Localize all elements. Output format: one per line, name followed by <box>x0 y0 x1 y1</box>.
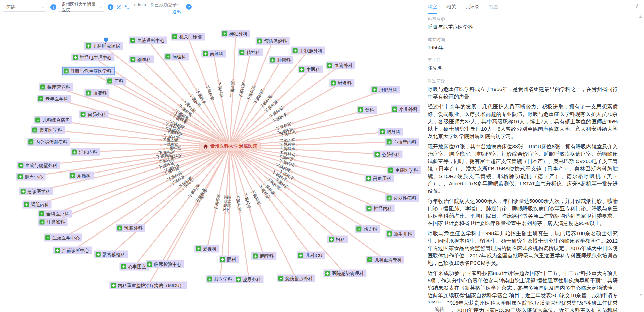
graph-node[interactable]: 超声中心 <box>16 173 46 181</box>
expand-plus-icon[interactable] <box>18 163 23 168</box>
graph-type-select[interactable]: 医链 <box>3 3 47 12</box>
scroll-down-icon[interactable] <box>639 294 642 296</box>
graph-node[interactable]: 新生儿科 <box>386 230 415 238</box>
graph-node[interactable]: 重症医学科 <box>387 166 421 174</box>
expand-plus-icon[interactable] <box>325 271 330 276</box>
graph-node[interactable]: 胸外科 <box>378 128 403 136</box>
expand-plus-icon[interactable] <box>111 283 116 288</box>
expand-plus-icon[interactable] <box>327 63 332 68</box>
expand-plus-icon[interactable] <box>366 176 371 181</box>
expand-plus-icon[interactable] <box>331 81 336 86</box>
graph-canvas[interactable]: 下属科室下属科室下属科室下属科室下属科室下属科室下属科室下属科室下属科室下属科室… <box>0 0 421 312</box>
graph-node[interactable]: 神经电生理中心 <box>71 54 114 61</box>
expand-plus-icon[interactable] <box>70 173 75 178</box>
graph-node[interactable]: 儿科呼吸病房 <box>84 42 123 50</box>
expand-plus-icon[interactable] <box>147 262 152 267</box>
graph-node-selected[interactable]: 呼吸与危重症医学科 <box>62 67 115 75</box>
graph-node[interactable]: 神经外科 <box>221 30 250 38</box>
graph-node[interactable]: 肿瘤科 <box>269 56 293 64</box>
expand-plus-icon[interactable] <box>18 174 23 179</box>
graph-node[interactable]: 心电图室 <box>120 263 149 271</box>
fullscreen-icon[interactable] <box>116 5 121 10</box>
graph-node[interactable]: 妇科 <box>327 236 348 243</box>
graph-node[interactable]: 小儿外科 <box>391 105 420 113</box>
graph-node[interactable]: 中医科 <box>298 66 323 73</box>
graph-node[interactable]: 核医学科 <box>206 275 235 283</box>
expand-plus-icon[interactable] <box>299 67 304 72</box>
graph-node[interactable]: 针灸科 <box>329 79 354 87</box>
expand-plus-icon[interactable] <box>375 152 380 157</box>
expand-plus-icon[interactable] <box>86 91 91 96</box>
graph-node[interactable]: 产科 <box>106 77 126 85</box>
expand-plus-icon[interactable] <box>387 139 392 145</box>
graph-node[interactable]: 甲状腺外科 <box>291 47 325 55</box>
graph-node[interactable]: 内科重症监护治疗病房（MICU） <box>109 282 187 289</box>
expand-plus-icon[interactable] <box>236 277 241 282</box>
expand-plus-icon[interactable] <box>72 150 77 155</box>
expand-plus-icon[interactable] <box>270 58 275 63</box>
expand-plus-icon[interactable] <box>172 34 177 39</box>
expand-plus-icon[interactable] <box>367 257 372 262</box>
graph-node[interactable]: 儿科ICU <box>297 252 325 259</box>
graph-node[interactable]: 泌尿外科 <box>235 276 264 283</box>
graph-node[interactable]: 神经内科 <box>365 205 395 212</box>
tab-metarecord[interactable]: 元记录 <box>465 4 479 13</box>
expand-plus-icon[interactable] <box>329 237 334 242</box>
expand-plus-icon[interactable] <box>35 118 40 123</box>
expand-plus-icon[interactable] <box>107 79 112 84</box>
graph-node[interactable]: 血管外科 <box>326 62 355 69</box>
info-icon[interactable]: i <box>50 4 56 10</box>
graph-node[interactable]: 心血管内科 <box>385 138 419 146</box>
expand-plus-icon[interactable] <box>278 276 283 281</box>
graph-node[interactable]: 胃肠外科 <box>79 111 109 118</box>
graph-node[interactable]: 影像科 <box>194 245 219 253</box>
graph-node[interactable]: 儿科血液专科 <box>366 256 404 264</box>
expand-plus-icon[interactable] <box>21 189 26 194</box>
orphan-node-dot[interactable] <box>104 38 108 42</box>
graph-node[interactable]: 皮肤性病科 <box>385 194 419 202</box>
expand-plus-icon[interactable] <box>367 206 372 211</box>
graph-node[interactable]: 全科医疗科 <box>38 210 72 218</box>
expand-plus-icon[interactable] <box>86 43 91 49</box>
expand-plus-icon[interactable] <box>220 257 225 262</box>
help-menu[interactable]: ? <box>186 4 196 10</box>
graph-node[interactable]: 肝胆外科 <box>371 86 400 94</box>
graph-node[interactable]: 产前诊断中心 <box>53 247 92 254</box>
graph-node[interactable]: 肾脏内科 <box>23 201 52 209</box>
graph-node[interactable]: 精神科 <box>238 49 263 56</box>
graph-node[interactable]: 老年医学科 <box>37 95 71 103</box>
expand-plus-icon[interactable] <box>358 107 363 113</box>
graph-node[interactable]: 消化内科 <box>71 148 100 156</box>
graph-node[interactable]: 乳腺外科 <box>116 224 145 232</box>
graph-node[interactable]: 输血科 <box>129 56 154 63</box>
graph-node[interactable]: 医院感染管理科 <box>323 270 366 277</box>
tab-department[interactable]: 科室 <box>428 4 437 14</box>
expand-plus-icon[interactable] <box>356 227 361 232</box>
logout-link[interactable]: 退出 <box>172 9 181 15</box>
expand-plus-icon[interactable] <box>165 54 170 59</box>
graph-node[interactable]: 药剂科 <box>201 50 226 58</box>
edit-button[interactable]: 编辑 <box>428 303 451 312</box>
expand-plus-icon[interactable] <box>32 128 37 133</box>
graph-node[interactable]: 血液科 <box>84 89 109 97</box>
graph-node[interactable]: 临床营养科 <box>39 83 73 91</box>
expand-plus-icon[interactable] <box>117 226 122 231</box>
expand-plus-icon[interactable] <box>387 196 392 201</box>
graph-node[interactable]: 预防保健科 <box>256 37 290 45</box>
expand-plus-icon[interactable] <box>39 211 44 216</box>
graph-node[interactable]: 临床检验中心 <box>146 260 184 268</box>
graph-node[interactable]: 机关门诊部 <box>171 33 205 41</box>
graph-node[interactable]: 高血压科 <box>365 175 394 182</box>
graph-node[interactable]: 生殖医学中心 <box>44 234 82 242</box>
graph-node[interactable]: 眼科 <box>219 256 239 263</box>
expand-plus-icon[interactable] <box>196 246 201 251</box>
expand-plus-icon[interactable] <box>380 129 385 134</box>
expand-plus-icon[interactable] <box>28 139 33 145</box>
expand-plus-icon[interactable] <box>64 69 69 74</box>
graph-center-node[interactable]: 贵州医科大学附属医院 <box>200 142 261 151</box>
graph-node[interactable]: 疼痛科 <box>69 172 94 180</box>
entity-select[interactable]: 贵州医科大学附属医院 <box>58 3 105 12</box>
expand-plus-icon[interactable] <box>372 87 377 92</box>
expand-plus-icon[interactable] <box>73 55 78 60</box>
tab-related[interactable]: 相关 <box>446 4 456 13</box>
